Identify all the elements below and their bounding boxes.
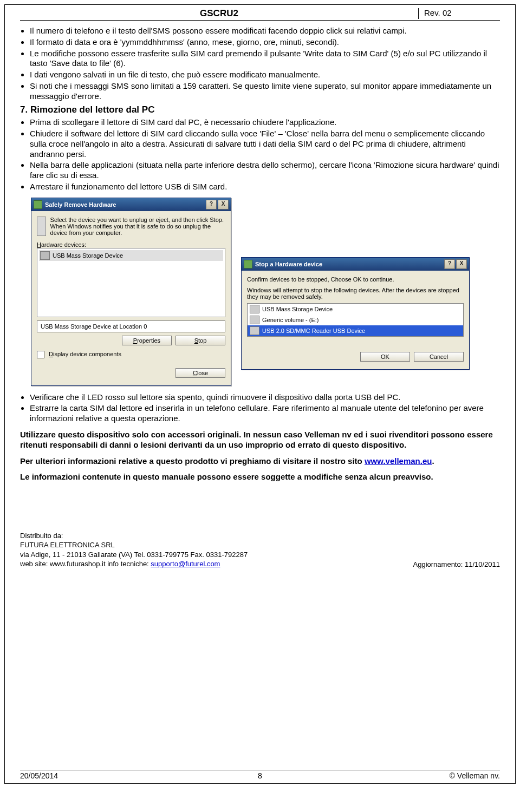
list-item: I dati vengono salvati in un file di tes… (30, 70, 500, 80)
help-button[interactable]: ? (444, 259, 455, 269)
velleman-link[interactable]: www.velleman.eu (365, 456, 432, 466)
properties-button[interactable]: Properties (122, 336, 172, 345)
confirm-text: Confirm devices to be stopped, Choose OK… (247, 276, 464, 283)
safely-remove-dialog: Safely Remove Hardware ? X Select the de… (31, 198, 231, 386)
eject-icon (34, 200, 42, 209)
dialog-title: Stop a Hardware device (255, 261, 322, 267)
hardware-devices-label: Hardware devices: (37, 241, 225, 248)
ok-button[interactable]: OK (360, 352, 410, 362)
device-name: USB Mass Storage Device (53, 252, 123, 259)
device-row[interactable]: USB Mass Storage Device (248, 304, 463, 315)
list-item: Il numero di telefono e il testo dell'SM… (30, 26, 500, 36)
close-button[interactable]: X (218, 200, 229, 209)
device-row[interactable]: USB Mass Storage Device (39, 250, 223, 261)
usb-device-icon (250, 305, 259, 313)
stop-hardware-dialog: Stop a Hardware device ? X Confirm devic… (241, 257, 470, 370)
list-item: Prima di scollegare il lettore di SIM ca… (30, 117, 500, 128)
footer-date: 20/05/2014 (20, 771, 180, 780)
list-item: Le modifiche possono essere trasferite s… (30, 49, 500, 69)
stop-button[interactable]: Stop (176, 336, 225, 345)
display-components-row[interactable]: Display device components (37, 351, 225, 358)
help-button[interactable]: ? (206, 200, 217, 209)
page-footer: 20/05/2014 8 © Velleman nv. (20, 770, 500, 780)
attempt-text: Windows will attempt to stop the followi… (247, 287, 464, 300)
support-email-link[interactable]: supporto@futurel.com (151, 560, 220, 568)
warning-text: Utilizzare questo dispositivo solo con a… (20, 429, 500, 450)
bullet-list-1: Il numero di telefono e il testo dell'SM… (20, 26, 500, 101)
list-item: Chiudere il software del lettore di SIM … (30, 129, 500, 159)
doc-revision: Rev. 02 (418, 8, 500, 19)
list-item: Arrestare il funzionamento del lettore U… (30, 182, 500, 192)
page-header: GSCRU2 Rev. 02 (20, 8, 500, 21)
list-item: Si noti che i messaggi SMS sono limitati… (30, 81, 500, 102)
usb-device-icon (40, 251, 50, 260)
dialogs-container: Safely Remove Hardware ? X Select the de… (31, 198, 500, 386)
device-status: USB Mass Storage Device at Location 0 (37, 320, 225, 332)
device-listbox[interactable]: USB Mass Storage Device (37, 248, 225, 317)
device-row-selected[interactable]: USB 2.0 SD/MMC Reader USB Device (248, 325, 463, 336)
close-dialog-button[interactable]: Close (176, 368, 225, 378)
dialog-desc: Select the device you want to unplug or … (50, 217, 225, 236)
list-item: Estrarre la carta SIM dal lettore ed ins… (30, 403, 500, 424)
eject-icon (244, 260, 252, 269)
list-item: Il formato di data e ora è 'yymmddhhmmss… (30, 37, 500, 48)
dialog-title: Safely Remove Hardware (45, 201, 116, 208)
dialog-titlebar[interactable]: Safely Remove Hardware ? X (31, 198, 231, 211)
checkbox-icon[interactable] (37, 351, 44, 358)
list-item: Nella barra delle applicazioni (situata … (30, 160, 500, 181)
footer-page: 8 (180, 771, 340, 780)
list-item: Verificare che il LED rosso sul lettore … (30, 392, 500, 403)
hardware-icon (37, 217, 46, 236)
reader-icon (250, 326, 259, 335)
dialog-titlebar[interactable]: Stop a Hardware device ? X (242, 258, 469, 271)
footer-copyright: © Velleman nv. (340, 771, 500, 780)
doc-title: GSCRU2 (20, 8, 418, 19)
device-row[interactable]: Generic volume - (E:) (248, 315, 463, 325)
bullet-list-2: Prima di scollegare il lettore di SIM ca… (20, 117, 500, 192)
more-info-text: Per ulteriori informazioni relative a qu… (20, 456, 500, 467)
cancel-button[interactable]: Cancel (414, 352, 464, 362)
disclaimer-text: Le informazioni contenute in questo manu… (20, 472, 500, 482)
stop-device-list[interactable]: USB Mass Storage Device Generic volume -… (247, 303, 464, 337)
section-heading-7: 7. Rimozione del lettore dal PC (20, 104, 500, 115)
bullet-list-3: Verificare che il LED rosso sul lettore … (20, 392, 500, 424)
volume-icon (250, 316, 259, 324)
close-button[interactable]: X (456, 259, 467, 269)
